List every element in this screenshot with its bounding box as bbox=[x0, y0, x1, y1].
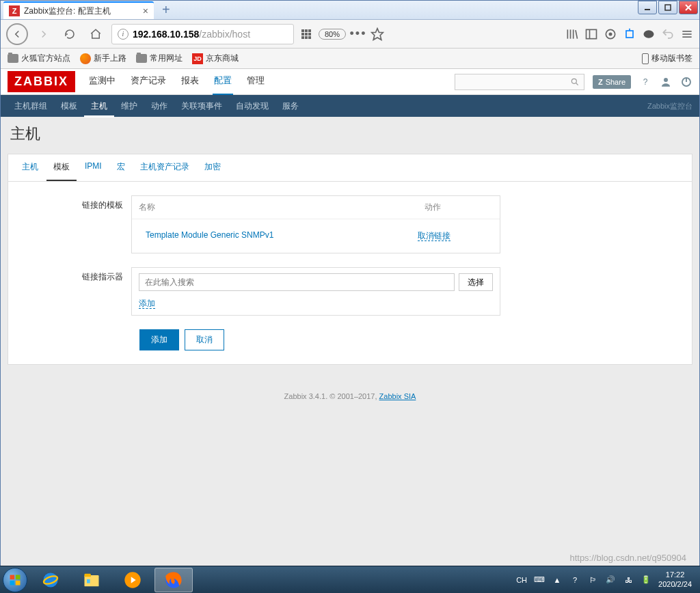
extension-icon-3[interactable] bbox=[642, 27, 656, 41]
inner-tab[interactable]: 加密 bbox=[198, 154, 228, 181]
zabbix-header: ZABBIX 监测中资产记录报表配置管理 ZShare ? bbox=[1, 69, 699, 95]
firefox-icon bbox=[80, 53, 91, 64]
minimize-button[interactable] bbox=[638, 1, 657, 14]
ime-indicator[interactable]: CH bbox=[516, 576, 527, 584]
svg-rect-32 bbox=[87, 579, 90, 583]
cancel-button[interactable]: 取消 bbox=[185, 329, 224, 350]
unlink-button[interactable]: 取消链接 bbox=[418, 231, 450, 241]
table-row: Template Module Generic SNMPv1 取消链接 bbox=[132, 219, 500, 253]
power-icon[interactable] bbox=[680, 76, 692, 88]
bookmark-item[interactable]: 常用网址 bbox=[136, 53, 183, 64]
home-button[interactable] bbox=[85, 24, 106, 44]
extension-icon-2[interactable] bbox=[623, 27, 636, 41]
share-button[interactable]: ZShare bbox=[593, 75, 631, 89]
jd-icon: JD bbox=[192, 53, 203, 64]
page-viewport: ZABBIX 监测中资产记录报表配置管理 ZShare ? 主机群组模板主机维护… bbox=[1, 69, 699, 592]
volume-icon[interactable]: 🔊 bbox=[605, 575, 616, 585]
page-actions-icon[interactable]: ••• bbox=[351, 27, 365, 41]
maximize-button[interactable] bbox=[658, 1, 677, 14]
bookmarks-bar: 火狐官方站点 新手上路 常用网址 JD京东商城 移动版书签 bbox=[1, 49, 699, 69]
tray-expand-icon[interactable]: ▲ bbox=[552, 575, 563, 585]
tab-favicon: Z bbox=[9, 5, 20, 16]
footer: Zabbix 3.4.1. © 2001–2017, Zabbix SIA bbox=[8, 365, 692, 409]
close-button[interactable] bbox=[679, 1, 698, 14]
site-info-icon[interactable]: i bbox=[118, 29, 129, 40]
zabbix-search[interactable] bbox=[455, 74, 584, 90]
qr-icon[interactable] bbox=[299, 27, 313, 41]
svg-rect-31 bbox=[85, 573, 91, 577]
forward-button[interactable] bbox=[33, 24, 54, 44]
template-search-input[interactable] bbox=[139, 273, 455, 291]
windows-taskbar: CH ⌨ ▲ ? 🏳 🔊 🖧 🔋 17:22 2020/2/24 bbox=[0, 566, 700, 593]
nav-item[interactable]: 配置 bbox=[213, 69, 233, 96]
subnav-item[interactable]: 关联项事件 bbox=[174, 95, 229, 118]
url-bar[interactable]: i 192.168.10.158/zabbix/host bbox=[111, 24, 294, 44]
bookmark-star-icon[interactable] bbox=[371, 27, 384, 41]
library-icon[interactable] bbox=[565, 27, 579, 41]
extension-icon-1[interactable] bbox=[604, 27, 617, 41]
task-media[interactable] bbox=[113, 568, 152, 592]
svg-rect-25 bbox=[16, 575, 21, 579]
network-icon[interactable]: 🖧 bbox=[623, 575, 634, 585]
menu-icon[interactable] bbox=[680, 27, 694, 41]
task-explorer[interactable] bbox=[72, 568, 111, 592]
nav-item[interactable]: 资产记录 bbox=[129, 69, 167, 96]
user-icon[interactable] bbox=[660, 76, 672, 88]
linked-templates-table: 名称 动作 Template Module Generic SNMPv1 取消链… bbox=[131, 195, 500, 253]
tab-title: Zabbix监控台: 配置主机 bbox=[24, 5, 139, 17]
undo-icon[interactable] bbox=[661, 27, 675, 41]
system-tray: CH ⌨ ▲ ? 🏳 🔊 🖧 🔋 17:22 2020/2/24 bbox=[516, 570, 697, 588]
bookmark-mobile[interactable]: 移动版书签 bbox=[642, 53, 692, 64]
subnav-item[interactable]: 主机群组 bbox=[8, 95, 54, 118]
bookmark-item[interactable]: 新手上路 bbox=[80, 53, 126, 64]
url-text: 192.168.10.158/zabbix/host bbox=[133, 29, 288, 40]
select-button[interactable]: 选择 bbox=[459, 273, 493, 291]
zoom-indicator[interactable]: 80% bbox=[319, 29, 346, 40]
inner-tab[interactable]: 宏 bbox=[110, 154, 132, 181]
svg-rect-24 bbox=[10, 575, 15, 579]
svg-rect-1 bbox=[665, 5, 671, 10]
keyboard-icon[interactable]: ⌨ bbox=[534, 575, 545, 585]
zabbix-logo[interactable]: ZABBIX bbox=[8, 71, 75, 92]
nav-item[interactable]: 报表 bbox=[180, 69, 200, 96]
help-tray-icon[interactable]: ? bbox=[569, 575, 580, 585]
folder-icon bbox=[136, 54, 147, 63]
svg-rect-30 bbox=[85, 575, 99, 586]
task-ie[interactable] bbox=[31, 568, 70, 592]
svg-line-20 bbox=[576, 83, 578, 85]
submit-button[interactable]: 添加 bbox=[139, 329, 179, 350]
inner-tab[interactable]: 模板 bbox=[46, 154, 77, 181]
inner-tab[interactable]: IPMI bbox=[78, 154, 109, 181]
link-indicator-box: 选择 添加 bbox=[131, 267, 500, 316]
task-firefox[interactable] bbox=[154, 568, 193, 592]
nav-item[interactable]: 监测中 bbox=[88, 69, 117, 96]
subnav-item[interactable]: 维护 bbox=[114, 95, 144, 118]
template-link[interactable]: Template Module Generic SNMPv1 bbox=[146, 230, 273, 240]
folder-icon bbox=[8, 54, 18, 63]
footer-company-link[interactable]: Zabbix SIA bbox=[379, 392, 416, 400]
flag-icon[interactable]: 🏳 bbox=[587, 575, 598, 585]
clock[interactable]: 17:22 2020/2/24 bbox=[658, 570, 692, 588]
col-name-header: 名称 bbox=[132, 196, 418, 219]
svg-marker-4 bbox=[372, 28, 383, 40]
browser-tab[interactable]: Z Zabbix监控台: 配置主机 × bbox=[3, 1, 154, 19]
subnav-item[interactable]: 主机 bbox=[84, 95, 114, 118]
subnav-item[interactable]: 动作 bbox=[144, 95, 174, 118]
nav-item[interactable]: 管理 bbox=[245, 69, 266, 96]
subnav-item[interactable]: 服务 bbox=[275, 95, 306, 118]
subnav-item[interactable]: 自动发现 bbox=[229, 95, 275, 118]
bookmark-item[interactable]: 火狐官方站点 bbox=[8, 53, 70, 64]
inner-tab[interactable]: 主机 bbox=[15, 154, 45, 181]
add-template-link[interactable]: 添加 bbox=[139, 299, 155, 309]
inner-tab[interactable]: 主机资产记录 bbox=[133, 154, 196, 181]
battery-icon[interactable]: 🔋 bbox=[641, 575, 651, 585]
start-button[interactable] bbox=[3, 568, 27, 592]
tab-close-icon[interactable]: × bbox=[143, 5, 148, 16]
help-icon[interactable]: ? bbox=[639, 76, 651, 88]
new-tab-button[interactable]: + bbox=[162, 2, 170, 18]
sidebar-icon[interactable] bbox=[584, 27, 598, 41]
bookmark-item[interactable]: JD京东商城 bbox=[192, 53, 239, 64]
reload-button[interactable] bbox=[59, 24, 80, 44]
subnav-item[interactable]: 模板 bbox=[54, 95, 84, 118]
back-button[interactable] bbox=[6, 23, 28, 45]
